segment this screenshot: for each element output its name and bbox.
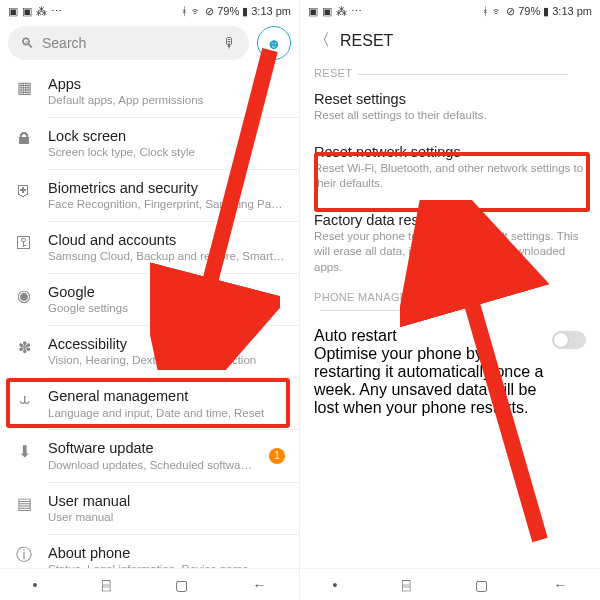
- settings-row-apps[interactable]: ▦ AppsDefault apps, App permissions: [0, 66, 299, 117]
- shield-icon: ⛨: [14, 181, 34, 201]
- section-label-reset: RESET: [300, 61, 600, 81]
- book-icon: ▤: [14, 494, 34, 514]
- screenshot-icon: ▣: [308, 6, 318, 17]
- nav-recents-icon[interactable]: ⌸: [102, 577, 110, 593]
- row-title: General management: [48, 387, 285, 405]
- row-sub: Vision, Hearing, Dexterity and interacti…: [48, 353, 285, 368]
- update-badge: 1: [269, 448, 285, 464]
- status-bar: ▣ ▣ ⁂ ⋯ ᚼ ᯤ ⊘ 79% ▮ 3:13 pm: [0, 0, 299, 22]
- row-sub: User manual: [48, 510, 285, 525]
- wifi-icon: ᯤ: [191, 6, 202, 17]
- settings-row-software-update[interactable]: ⬇︎ Software updateDownload updates, Sche…: [0, 430, 299, 481]
- screenshot-icon: ▣: [322, 6, 332, 17]
- auto-restart-toggle[interactable]: [552, 331, 586, 349]
- row-title: Auto restart: [314, 327, 544, 345]
- nav-dot-icon[interactable]: •: [32, 577, 37, 593]
- reset-row-network-settings[interactable]: Reset network settings Reset Wi-Fi, Blue…: [300, 134, 600, 202]
- row-title: User manual: [48, 492, 285, 510]
- nav-dot-icon[interactable]: •: [333, 577, 338, 593]
- auto-restart-row[interactable]: Auto restart Optimise your phone by rest…: [300, 317, 600, 427]
- row-sub: Reset all settings to their defaults.: [314, 108, 586, 124]
- row-sub: Face Recognition, Fingerprint, Samsung P…: [48, 197, 285, 212]
- row-title: Apps: [48, 75, 285, 93]
- screenshot-icon: ▣: [8, 6, 18, 17]
- row-sub: Screen lock type, Clock style: [48, 145, 285, 160]
- apps-icon: ▦: [14, 77, 34, 97]
- settings-list: ▦ AppsDefault apps, App permissions 🔒︎ L…: [0, 66, 299, 568]
- settings-main-screen: ▣ ▣ ⁂ ⋯ ᚼ ᯤ ⊘ 79% ▮ 3:13 pm 🔍︎ Search 🎙︎: [0, 0, 300, 600]
- lock-icon: 🔒︎: [14, 129, 34, 149]
- battery-text: 79%: [217, 5, 239, 17]
- clock-text: 3:13 pm: [251, 5, 291, 17]
- row-title: Accessibility: [48, 335, 285, 353]
- settings-row-about-phone[interactable]: ⓘ About phoneStatus, Legal information, …: [0, 535, 299, 568]
- search-placeholder: Search: [42, 35, 86, 51]
- back-icon[interactable]: 〈: [314, 30, 330, 51]
- settings-row-google[interactable]: ◉ GoogleGoogle settings: [0, 274, 299, 325]
- row-title: Cloud and accounts: [48, 231, 285, 249]
- settings-row-accessibility[interactable]: ✽ AccessibilityVision, Hearing, Dexterit…: [0, 326, 299, 377]
- row-title: About phone: [48, 544, 285, 562]
- settings-row-lockscreen[interactable]: 🔒︎ Lock screenScreen lock type, Clock st…: [0, 118, 299, 169]
- nav-recents-icon[interactable]: ⌸: [402, 577, 410, 593]
- overflow-icon: ⋯: [351, 6, 362, 17]
- wifi-icon: ᯤ: [492, 6, 503, 17]
- section-label-phone-management: PHONE MANAGEMENT: [300, 285, 600, 317]
- more-icon: ⁂: [36, 6, 47, 17]
- info-icon: ⓘ: [14, 546, 34, 566]
- no-sim-icon: ⊘: [506, 6, 515, 17]
- settings-row-cloud[interactable]: ⚿ Cloud and accountsSamsung Cloud, Backu…: [0, 222, 299, 273]
- key-icon: ⚿: [14, 233, 34, 253]
- bluetooth-icon: ᚼ: [181, 6, 188, 17]
- battery-text: 79%: [518, 5, 540, 17]
- battery-icon: ▮: [543, 6, 549, 17]
- settings-row-general-management[interactable]: ⥿ General managementLanguage and input, …: [0, 378, 299, 429]
- reset-row-reset-settings[interactable]: Reset settings Reset all settings to the…: [300, 81, 600, 134]
- nav-bar: • ⌸ ▢ ←: [300, 568, 600, 600]
- row-title: Software update: [48, 439, 255, 457]
- clock-text: 3:13 pm: [552, 5, 592, 17]
- google-icon: ◉: [14, 285, 34, 305]
- more-icon: ⁂: [336, 6, 347, 17]
- row-sub: Reset your phone to its factory default …: [314, 229, 586, 276]
- nav-back-icon[interactable]: ←: [253, 577, 267, 593]
- search-icon: 🔍︎: [20, 35, 34, 51]
- page-header: 〈 RESET: [300, 22, 600, 61]
- no-sim-icon: ⊘: [205, 6, 214, 17]
- row-title: Factory data reset: [314, 212, 586, 228]
- search-input[interactable]: 🔍︎ Search 🎙︎: [8, 26, 249, 60]
- nav-bar: • ⌸ ▢ ←: [0, 568, 299, 600]
- battery-icon: ▮: [242, 6, 248, 17]
- row-sub: Google settings: [48, 301, 285, 316]
- row-title: Reset settings: [314, 91, 586, 107]
- nav-home-icon[interactable]: ▢: [175, 577, 188, 593]
- row-sub: Optimise your phone by restarting it aut…: [314, 345, 544, 417]
- sliders-icon: ⥿: [14, 389, 34, 409]
- page-title: RESET: [340, 32, 393, 50]
- nav-back-icon[interactable]: ←: [553, 577, 567, 593]
- reset-row-factory-reset[interactable]: Factory data reset Reset your phone to i…: [300, 202, 600, 286]
- row-sub: Reset Wi-Fi, Bluetooth, and other networ…: [314, 161, 586, 192]
- row-title: Lock screen: [48, 127, 285, 145]
- nav-home-icon[interactable]: ▢: [475, 577, 488, 593]
- row-sub: Download updates, Scheduled software…: [48, 458, 255, 473]
- row-sub: Status, Legal information, Device name: [48, 562, 285, 568]
- overflow-icon: ⋯: [51, 6, 62, 17]
- row-sub: Samsung Cloud, Backup and restore, Smart…: [48, 249, 285, 264]
- settings-row-user-manual[interactable]: ▤ User manualUser manual: [0, 483, 299, 534]
- bluetooth-icon: ᚼ: [482, 6, 489, 17]
- row-sub: Default apps, App permissions: [48, 93, 285, 108]
- row-title: Reset network settings: [314, 144, 586, 160]
- settings-row-biometrics[interactable]: ⛨ Biometrics and securityFace Recognitio…: [0, 170, 299, 221]
- screenshot-icon: ▣: [22, 6, 32, 17]
- mic-icon[interactable]: 🎙︎: [223, 35, 237, 51]
- row-title: Google: [48, 283, 285, 301]
- download-icon: ⬇︎: [14, 441, 34, 461]
- accessibility-icon: ✽: [14, 337, 34, 357]
- reset-screen: ▣ ▣ ⁂ ⋯ ᚼ ᯤ ⊘ 79% ▮ 3:13 pm 〈 RESET RESE…: [300, 0, 600, 600]
- status-bar: ▣ ▣ ⁂ ⋯ ᚼ ᯤ ⊘ 79% ▮ 3:13 pm: [300, 0, 600, 22]
- profile-button[interactable]: ☻: [257, 26, 291, 60]
- row-sub: Language and input, Date and time, Reset: [48, 406, 285, 421]
- search-row: 🔍︎ Search 🎙︎ ☻: [0, 22, 299, 66]
- row-title: Biometrics and security: [48, 179, 285, 197]
